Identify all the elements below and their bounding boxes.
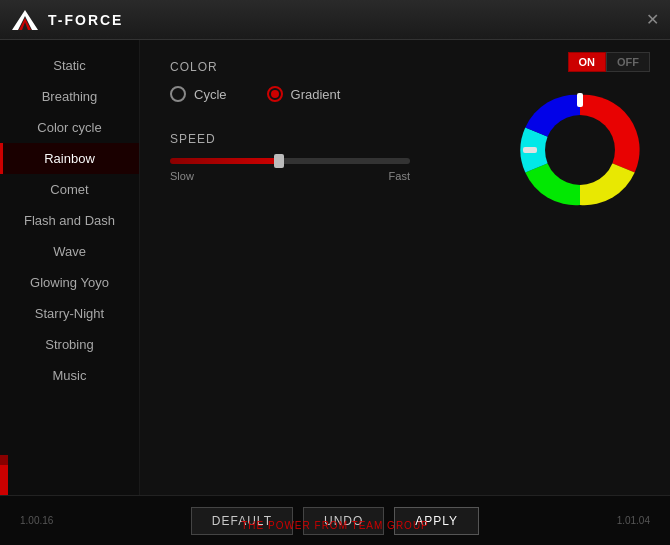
tforce-logo-icon <box>10 8 40 32</box>
speed-slider[interactable] <box>170 158 410 164</box>
version-left: 1.00.16 <box>20 515 53 526</box>
sidebar-item-music[interactable]: Music <box>0 360 139 391</box>
speed-labels: Slow Fast <box>170 170 410 182</box>
sidebar-item-breathing[interactable]: Breathing <box>0 81 139 112</box>
content-area: ON OFF COLOR Cycle Gradient SPEED <box>140 40 670 495</box>
sidebar-item-comet[interactable]: Comet <box>0 174 139 205</box>
sidebar-item-flash-and-dash[interactable]: Flash and Dash <box>0 205 139 236</box>
gradient-radio[interactable] <box>267 86 283 102</box>
color-wheel-container <box>520 90 640 214</box>
bottom-bar: 1.00.16 THE POWER FROM TEAM GROUP DEFAUL… <box>0 495 670 545</box>
slow-label: Slow <box>170 170 194 182</box>
on-off-toggle: ON OFF <box>568 52 651 72</box>
sidebar-item-strobing[interactable]: Strobing <box>0 329 139 360</box>
sidebar-item-starry-night[interactable]: Starry-Night <box>0 298 139 329</box>
sidebar-item-rainbow[interactable]: Rainbow <box>0 143 139 174</box>
app-title: T-FORCE <box>48 12 123 28</box>
fast-label: Fast <box>389 170 410 182</box>
corner-decoration <box>0 465 8 495</box>
main-layout: Static Breathing Color cycle Rainbow Com… <box>0 40 670 495</box>
logo: T-FORCE <box>10 8 123 32</box>
sidebar-item-wave[interactable]: Wave <box>0 236 139 267</box>
sidebar: Static Breathing Color cycle Rainbow Com… <box>0 40 140 495</box>
sidebar-item-glowing-yoyo[interactable]: Glowing Yoyo <box>0 267 139 298</box>
gradient-label: Gradient <box>291 87 341 102</box>
close-button[interactable]: ✕ <box>644 12 660 28</box>
title-bar: T-FORCE ✕ <box>0 0 670 40</box>
sidebar-item-color-cycle[interactable]: Color cycle <box>0 112 139 143</box>
svg-rect-4 <box>523 147 537 153</box>
svg-rect-3 <box>577 93 583 107</box>
svg-point-2 <box>545 115 615 185</box>
cycle-label: Cycle <box>194 87 227 102</box>
version-right: 1.01.04 <box>617 515 650 526</box>
color-wheel <box>520 90 640 210</box>
gradient-option[interactable]: Gradient <box>267 86 341 102</box>
cycle-option[interactable]: Cycle <box>170 86 227 102</box>
cycle-radio[interactable] <box>170 86 186 102</box>
toggle-on-button[interactable]: ON <box>568 52 607 72</box>
sidebar-item-static[interactable]: Static <box>0 50 139 81</box>
tagline: THE POWER FROM TEAM GROUP <box>241 520 429 531</box>
toggle-off-button[interactable]: OFF <box>606 52 650 72</box>
